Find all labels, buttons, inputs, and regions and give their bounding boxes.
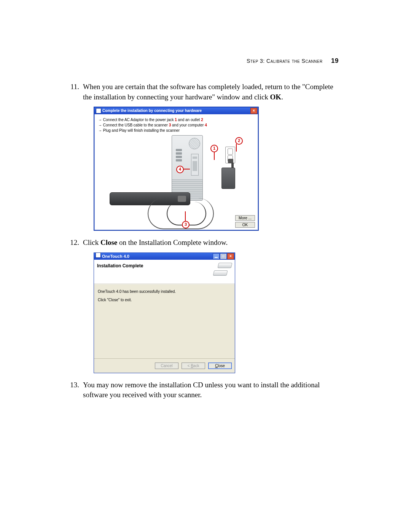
dialog-app-icon: [96, 108, 101, 113]
callout-2: 2: [235, 137, 243, 145]
installer-app-icon: [96, 252, 101, 258]
step-text: You may now remove the installation CD u…: [83, 381, 320, 399]
step-list: 11. When you are certain that the softwa…: [72, 82, 339, 400]
installer-header-panel: Installation Complete: [94, 260, 235, 284]
scanner-icon: [213, 263, 232, 276]
step-11: 11. When you are certain that the softwa…: [72, 82, 339, 231]
instruction-3: Plug and Play will finish installing the…: [98, 128, 254, 133]
close-button[interactable]: Close: [208, 363, 232, 369]
step-number: 11.: [64, 82, 79, 92]
maximize-icon: [220, 253, 227, 259]
figure-installer-dialog: OneTouch 4.0 × Installation Complete: [94, 252, 339, 373]
step-13: 13. You may now remove the installation …: [72, 380, 339, 400]
instruction-list: Connect the AC Adaptor to the power jack…: [98, 117, 254, 133]
back-button: < Back: [182, 363, 205, 369]
step-text: When you are certain that the software h…: [83, 83, 333, 101]
close-icon[interactable]: ×: [250, 108, 257, 114]
installer-footer: Cancel < Back Close: [94, 358, 235, 373]
page-number: 19: [331, 57, 339, 64]
section-label: Step 3: Calibrate the Scanner: [247, 58, 323, 64]
cancel-button: Cancel: [155, 363, 178, 369]
step-12: 12. Click Close on the Installation Comp…: [72, 238, 339, 373]
step-number: 12.: [64, 238, 79, 248]
callout-1: 1: [210, 145, 218, 152]
dialog-body: Connect the AC Adaptor to the power jack…: [94, 114, 258, 230]
installer-message-2: Click "Close" to exit.: [98, 297, 231, 303]
installer-title: OneTouch 4.0: [102, 254, 129, 259]
figure-hardware-dialog: Complete the installation by connecting …: [94, 107, 339, 231]
dialog-title: Complete the installation by connecting …: [102, 107, 202, 114]
hardware-diagram: 1 2 3 4: [110, 135, 254, 218]
dialog-titlebar: Complete the installation by connecting …: [94, 107, 258, 114]
minimize-icon[interactable]: [213, 253, 220, 259]
window-controls: ×: [213, 253, 234, 259]
dialog-button-bar: More ... OK: [235, 215, 255, 228]
instruction-2: Connect the USB cable to the scanner 3 a…: [98, 123, 254, 128]
instruction-1: Connect the AC Adaptor to the power jack…: [98, 117, 254, 123]
step-text: Click Close on the Installation Complete…: [83, 238, 228, 246]
more-button[interactable]: More ...: [235, 215, 255, 221]
close-icon[interactable]: ×: [227, 253, 234, 259]
installer-body: OneTouch 4.0 has been successfully insta…: [94, 284, 235, 358]
installer-message-1: OneTouch 4.0 has been successfully insta…: [98, 289, 231, 294]
ac-adapter-icon: [221, 168, 235, 189]
page-header: Step 3: Calibrate the Scanner 19: [72, 57, 339, 65]
step-number: 13.: [64, 380, 79, 390]
installer-titlebar: OneTouch 4.0 ×: [94, 253, 235, 260]
ok-button[interactable]: OK: [235, 222, 255, 228]
hardware-dialog: Complete the installation by connecting …: [94, 107, 259, 231]
installer-heading: Installation Complete: [97, 263, 143, 269]
installer-dialog: OneTouch 4.0 × Installation Complete: [94, 252, 235, 373]
